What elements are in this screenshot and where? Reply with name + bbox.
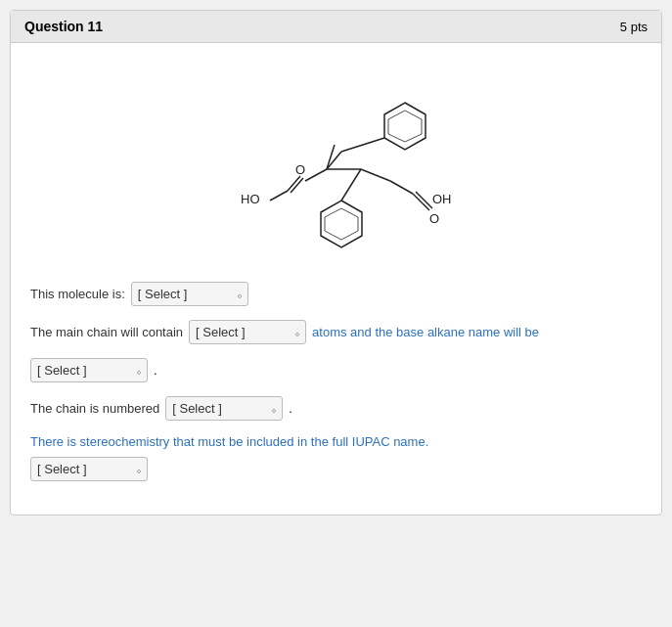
svg-text:OH: OH	[432, 192, 452, 206]
form-row-3: [ Select ] .	[30, 358, 642, 382]
svg-line-12	[341, 169, 361, 201]
row4-period: .	[289, 401, 292, 416]
question-body: HO O	[11, 43, 661, 515]
svg-line-14	[390, 181, 413, 194]
row2-select-wrapper: [ Select ]	[189, 320, 306, 344]
question-container: Question 11 5 pts	[10, 10, 662, 515]
svg-marker-0	[384, 103, 426, 150]
row4-prefix: The chain is numbered	[30, 401, 159, 416]
stereo-select-wrapper: [ Select ]	[30, 457, 148, 481]
svg-line-4	[270, 191, 288, 201]
question-header: Question 11 5 pts	[11, 11, 661, 43]
svg-marker-1	[388, 111, 422, 142]
form-row-4: The chain is numbered [ Select ] .	[30, 396, 642, 421]
row2-select[interactable]: [ Select ]	[189, 320, 306, 344]
svg-line-8	[305, 169, 327, 181]
row1-select-wrapper: [ Select ]	[131, 282, 248, 306]
stereo-select[interactable]: [ Select ]	[30, 457, 148, 481]
question-points: 5 pts	[620, 20, 648, 34]
svg-text:O: O	[295, 162, 305, 177]
form-row-1: This molecule is: [ Select ]	[30, 282, 642, 306]
form-row-2: The main chain will contain [ Select ] a…	[30, 320, 642, 344]
row1-prefix: This molecule is:	[30, 287, 125, 301]
row2-suffix: atoms and the base alkane name will be	[312, 325, 539, 339]
question-title: Question 11	[24, 19, 103, 34]
row3-select-wrapper: [ Select ]	[30, 358, 148, 382]
svg-line-10	[341, 138, 384, 152]
row3-period: .	[154, 363, 157, 378]
molecule-svg: HO O	[170, 59, 503, 264]
stereo-note: There is stereochemistry that must be in…	[30, 434, 642, 449]
row4-select-wrapper: [ Select ]	[165, 396, 283, 421]
row3-select[interactable]: [ Select ]	[30, 358, 148, 382]
svg-line-13	[361, 169, 390, 181]
row2-prefix: The main chain will contain	[30, 325, 183, 339]
svg-text:O: O	[429, 211, 439, 226]
stereo-row: [ Select ]	[30, 457, 642, 481]
molecule-diagram: HO O	[30, 59, 642, 264]
svg-marker-2	[321, 201, 362, 247]
row1-select[interactable]: [ Select ]	[131, 282, 248, 306]
svg-marker-3	[325, 208, 358, 240]
row4-select[interactable]: [ Select ]	[165, 396, 283, 421]
ho-label: HO	[241, 192, 260, 206]
